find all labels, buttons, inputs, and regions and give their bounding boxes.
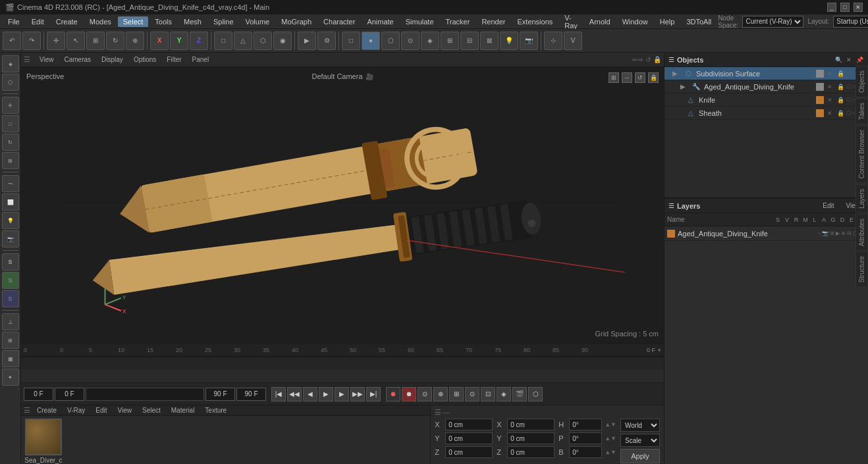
maximize-button[interactable]: □	[840, 3, 850, 12]
anim-btn2[interactable]: ⊕	[433, 387, 448, 401]
create-obj[interactable]: □	[2, 115, 19, 132]
view-obj1[interactable]: ⊙	[401, 32, 420, 50]
close-button[interactable]: ✕	[854, 3, 863, 12]
obj-sheath[interactable]: △ Sheath ✕ 🔒 ⬡○⊞⊟	[665, 107, 868, 120]
scale-tool[interactable]: ⊞	[86, 32, 105, 50]
rotate-obj[interactable]: ↻	[2, 134, 19, 151]
menu-extensions[interactable]: Extensions	[512, 16, 558, 27]
scale-obj[interactable]: ⊞	[2, 152, 19, 169]
menu-spline[interactable]: Spline	[208, 16, 239, 27]
menu-window[interactable]: Window	[617, 16, 653, 27]
x-rot-input[interactable]	[507, 419, 555, 430]
title-bar-controls[interactable]: _ □ ✕	[827, 3, 863, 12]
layout-select[interactable]: Startup (User)	[833, 16, 868, 28]
viewport-tab-display[interactable]: Display	[97, 55, 127, 64]
apply-button[interactable]: Apply	[620, 449, 660, 463]
obj-lock-blade[interactable]: 🔒	[836, 95, 845, 105]
x-axis-btn[interactable]: X	[150, 32, 169, 50]
obj-subdivision-surface[interactable]: ▶ ⬡ Subdivision Surface ✕ 🔒 ⬡○⊞⊟	[665, 67, 868, 80]
y-rot-input[interactable]	[507, 432, 555, 444]
menu-mesh[interactable]: Mesh	[178, 16, 207, 27]
edge-mode[interactable]: △	[234, 32, 252, 50]
start-frame-input[interactable]	[24, 388, 53, 401]
preview-end-input[interactable]	[236, 388, 266, 401]
x-pos-input[interactable]	[445, 419, 493, 430]
light-tool[interactable]: 💡	[2, 212, 19, 229]
view-light[interactable]: 💡	[500, 32, 518, 50]
undo-button[interactable]: ↶	[3, 32, 21, 50]
side-tab-content-browser[interactable]: Content Browser	[855, 125, 868, 183]
anim-btn7[interactable]: 🎬	[512, 387, 527, 401]
viewport-tab-panel[interactable]: Panel	[188, 55, 213, 64]
record-btn[interactable]: ⏺	[386, 387, 400, 401]
mat-tab-function[interactable]: View	[113, 405, 136, 415]
side-tab-attributes[interactable]: Attributes	[855, 214, 868, 251]
end-frame-input[interactable]	[205, 388, 235, 401]
menu-edit[interactable]: Edit	[26, 16, 49, 27]
obj-vis-knife[interactable]: ✕	[825, 82, 834, 91]
layer-item-main[interactable]: Aged_Antique_Diving_Knife ○ 📷 ⊞ ▶ ⊕ ⊟ ⬡ …	[665, 226, 868, 241]
snap-btn[interactable]: ⊹	[544, 32, 562, 50]
view-obj2[interactable]: ◈	[421, 32, 439, 50]
play-button[interactable]: ▶	[298, 32, 316, 50]
obj-lock-knife[interactable]: 🔒	[836, 82, 845, 91]
view-wire[interactable]: ⬡	[381, 32, 400, 50]
menu-simulate[interactable]: Simulate	[400, 16, 439, 27]
viewport-tab-cameras[interactable]: Cameras	[61, 55, 95, 64]
z-pos-input[interactable]	[445, 446, 493, 458]
y-axis-btn[interactable]: Y	[170, 32, 188, 50]
view-cam[interactable]: 📷	[520, 32, 538, 50]
redo-button[interactable]: ↷	[22, 32, 41, 50]
anim-btn1[interactable]: ⊙	[418, 387, 432, 401]
viewport-tab-options[interactable]: Options	[130, 55, 160, 64]
obj-vis-sheath[interactable]: ✕	[825, 109, 834, 118]
sym-tool[interactable]: ⊥	[2, 313, 19, 330]
cam-tool[interactable]: 📷	[2, 230, 19, 247]
menu-vray[interactable]: V-Ray	[559, 13, 583, 31]
vp-icon1[interactable]: ⊞	[609, 72, 619, 83]
cube-tool[interactable]: ⬜	[2, 193, 19, 211]
rotate-tool[interactable]: ↻	[106, 32, 124, 50]
z-axis-btn[interactable]: Z	[190, 32, 208, 50]
move-tool[interactable]: ✛	[47, 32, 65, 50]
model-tool[interactable]: ◈	[2, 55, 19, 72]
obj-vis-blade[interactable]: ✕	[825, 95, 834, 105]
menu-tracker[interactable]: Tracker	[441, 16, 475, 27]
poly-mode[interactable]: ⬡	[254, 32, 272, 50]
side-tab-objects[interactable]: Objects	[855, 66, 868, 97]
viewport-tab-filter[interactable]: Filter	[163, 55, 185, 64]
mesh-tool[interactable]: ⬡	[2, 74, 19, 91]
prev-frame[interactable]: ◀◀	[287, 387, 302, 401]
view-cube-front[interactable]: □	[342, 32, 360, 50]
scale-select[interactable]: Scale	[620, 434, 660, 447]
anim-btn4[interactable]: ⊙	[465, 387, 479, 401]
anim-btn3[interactable]: ⊞	[449, 387, 464, 401]
anim-btn5[interactable]: ⊡	[481, 387, 495, 401]
menu-help[interactable]: Help	[655, 16, 680, 27]
mat-tab-create[interactable]: Create	[33, 405, 61, 415]
menu-file[interactable]: File	[3, 16, 25, 27]
object-mode[interactable]: □	[214, 32, 232, 50]
view-shaded[interactable]: ●	[362, 32, 380, 50]
obj-search[interactable]: 🔍	[834, 55, 843, 64]
menu-3dtoall[interactable]: 3DToAll	[681, 16, 717, 27]
view-obj3[interactable]: ⊞	[441, 32, 459, 50]
menu-arnold[interactable]: Arnold	[584, 16, 616, 27]
menu-modes[interactable]: Modes	[84, 16, 117, 27]
vp-icon2[interactable]: ↔	[622, 72, 632, 83]
timeline-tracks[interactable]	[21, 357, 664, 370]
side-tab-layers[interactable]: Layers	[855, 184, 868, 213]
menu-character[interactable]: Character	[318, 16, 360, 27]
transform-tool[interactable]: ⊕	[126, 32, 144, 50]
obj-knife[interactable]: △ Knife ✕ 🔒 ⬡○⊞⊟	[665, 93, 868, 107]
obj-vis-sub[interactable]: ✕	[825, 69, 834, 78]
mat-tab-texture[interactable]: Texture	[201, 405, 231, 415]
layers-tab-edit[interactable]: Edit	[819, 201, 838, 211]
material-item[interactable]: Sea_Diver_c	[24, 419, 63, 464]
menu-volume[interactable]: Volume	[240, 16, 275, 27]
viewport-canvas[interactable]: Y X Perspective Default Camera 🎥 Grid Sp…	[21, 67, 664, 343]
timeline-slider[interactable]	[86, 388, 204, 401]
menu-tools[interactable]: Tools	[149, 16, 177, 27]
obj-lock-sub[interactable]: 🔒	[836, 69, 845, 78]
menu-create[interactable]: Create	[51, 16, 83, 27]
